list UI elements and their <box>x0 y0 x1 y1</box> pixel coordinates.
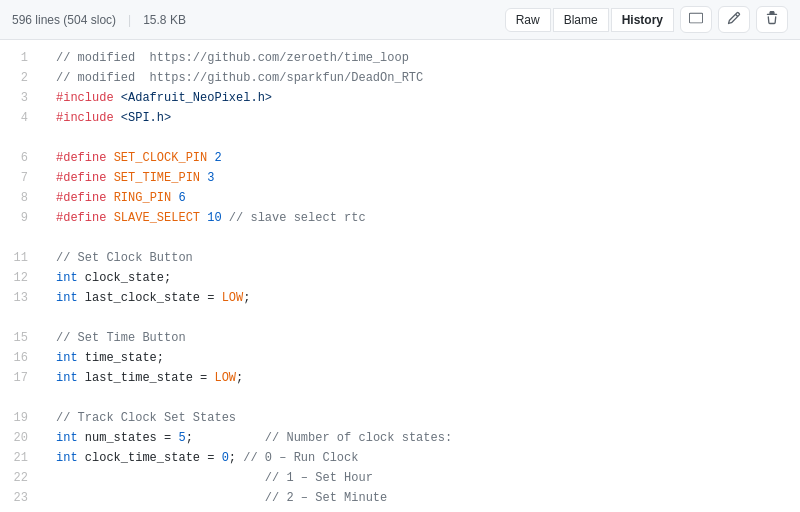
code-line-19: // Track Clock Set States <box>56 408 800 428</box>
ln-9: 9 <box>0 208 40 228</box>
code-line-6: #define SET_CLOCK_PIN 2 <box>56 148 800 168</box>
file-info: 596 lines (504 sloc) | 15.8 KB <box>12 13 186 27</box>
ln-21: 21 <box>0 448 40 468</box>
code-line-5 <box>56 128 800 148</box>
history-button[interactable]: History <box>611 8 674 32</box>
code-line-10 <box>56 228 800 248</box>
ln-3: 3 <box>0 88 40 108</box>
ln-5 <box>0 128 40 148</box>
code-line-14 <box>56 308 800 328</box>
delete-icon[interactable] <box>756 6 788 33</box>
code-line-21: int clock_time_state = 0; // 0 – Run Clo… <box>56 448 800 468</box>
ln-4: 4 <box>0 108 40 128</box>
ln-1: 1 <box>0 48 40 68</box>
ln-6: 6 <box>0 148 40 168</box>
ln-17: 17 <box>0 368 40 388</box>
ln-12: 12 <box>0 268 40 288</box>
code-line-11: // Set Clock Button <box>56 248 800 268</box>
line-count: 596 lines (504 sloc) <box>12 13 116 27</box>
code-line-12: int clock_state; <box>56 268 800 288</box>
ln-19: 19 <box>0 408 40 428</box>
line-numbers: 1 2 3 4 6 7 8 9 11 12 13 15 16 17 19 20 … <box>0 40 40 512</box>
top-bar: 596 lines (504 sloc) | 15.8 KB Raw Blame… <box>0 0 800 40</box>
code-line-8: #define RING_PIN 6 <box>56 188 800 208</box>
file-size: 15.8 KB <box>143 13 186 27</box>
code-line-15: // Set Time Button <box>56 328 800 348</box>
code-line-13: int last_clock_state = LOW; <box>56 288 800 308</box>
ln-23: 23 <box>0 488 40 508</box>
ln-20: 20 <box>0 428 40 448</box>
code-lines: // modified https://github.com/zeroeth/t… <box>40 40 800 512</box>
toolbar-buttons: Raw Blame History <box>505 6 788 33</box>
ln-8: 8 <box>0 188 40 208</box>
code-line-16: int time_state; <box>56 348 800 368</box>
app-container: 596 lines (504 sloc) | 15.8 KB Raw Blame… <box>0 0 800 512</box>
code-line-7: #define SET_TIME_PIN 3 <box>56 168 800 188</box>
code-line-1: // modified https://github.com/zeroeth/t… <box>56 48 800 68</box>
separator: | <box>128 13 131 27</box>
ln-18 <box>0 388 40 408</box>
code-line-20: int num_states = 5; // Number of clock s… <box>56 428 800 448</box>
code-line-3: #include <Adafruit_NeoPixel.h> <box>56 88 800 108</box>
ln-24: 24 <box>0 508 40 512</box>
ln-11: 11 <box>0 248 40 268</box>
ln-2: 2 <box>0 68 40 88</box>
ln-10 <box>0 228 40 248</box>
code-line-17: int last_time_state = LOW; <box>56 368 800 388</box>
ln-14 <box>0 308 40 328</box>
code-line-4: #include <SPI.h> <box>56 108 800 128</box>
code-line-9: #define SLAVE_SELECT 10 // slave select … <box>56 208 800 228</box>
raw-button[interactable]: Raw <box>505 8 551 32</box>
ln-16: 16 <box>0 348 40 368</box>
code-line-23: // 2 – Set Minute <box>56 488 800 508</box>
code-line-18 <box>56 388 800 408</box>
edit-icon[interactable] <box>718 6 750 33</box>
code-line-2: // modified https://github.com/sparkfun/… <box>56 68 800 88</box>
ln-22: 22 <box>0 468 40 488</box>
code-line-22: // 1 – Set Hour <box>56 468 800 488</box>
code-container: 1 2 3 4 6 7 8 9 11 12 13 15 16 17 19 20 … <box>0 40 800 512</box>
desktop-icon[interactable] <box>680 6 712 33</box>
blame-button[interactable]: Blame <box>553 8 609 32</box>
ln-15: 15 <box>0 328 40 348</box>
ln-13: 13 <box>0 288 40 308</box>
ln-7: 7 <box>0 168 40 188</box>
code-line-24: // 3 – Set Second <box>56 508 800 512</box>
